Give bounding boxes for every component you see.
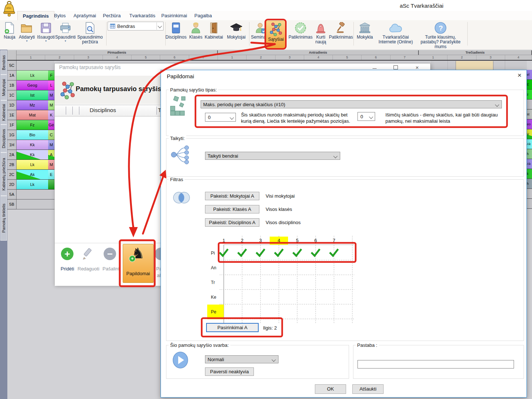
change-teachers-button[interactable]: Pakeisti: Mokytojai A <box>205 192 259 200</box>
verification-button[interactable]: Patikrinimas <box>288 21 313 40</box>
grid-check-Pi-1[interactable] <box>219 248 229 258</box>
close-icon[interactable]: × <box>416 65 420 69</box>
view-selector-combo[interactable]: Bendras <box>108 22 163 30</box>
lesson-cell-fragment[interactable]: L <box>48 80 54 90</box>
row-header-1A[interactable]: 1A <box>7 71 17 80</box>
remove-button-label[interactable]: Pašalinti <box>103 266 121 272</box>
sidebar-item-bendras[interactable]: Bendras <box>0 50 7 75</box>
period-header[interactable]: 4 <box>505 55 532 60</box>
lesson-cell-fragment[interactable]: M <box>48 160 54 170</box>
save-dropdown-arrow-icon[interactable]: ▾ <box>37 40 55 43</box>
lesson-cell-fragment[interactable]: E <box>48 170 54 180</box>
lesson-cell-fragment[interactable]: M <box>48 140 54 150</box>
lesson-cell[interactable]: Mat <box>17 110 48 120</box>
lesson-cell-fragment[interactable]: Gė <box>48 120 54 130</box>
row-header-5C[interactable]: 5C <box>7 61 17 71</box>
period-header[interactable]: 6 <box>362 55 390 60</box>
note-input[interactable] <box>357 360 514 369</box>
lesson-cell[interactable]: Lk <box>17 180 48 190</box>
grid-check-Pi-5[interactable] <box>292 248 302 258</box>
lesson-cell-fragment[interactable] <box>48 180 54 190</box>
period-header[interactable]: 3 <box>74 55 103 60</box>
row-header-2A[interactable]: 2A <box>7 150 17 160</box>
print-dropdown-arrow-icon[interactable]: ▾ <box>55 40 76 43</box>
row-header-1D[interactable]: 1D <box>7 100 17 110</box>
row-header-1C[interactable]: 1C <box>7 90 17 100</box>
grid-row-Ke[interactable]: Ke <box>207 290 224 305</box>
online-timetables-button[interactable]: Tvarkaraščiai Internete (Online) <box>376 21 415 44</box>
generate-new-button[interactable]: Kurti naują <box>313 21 328 44</box>
remove-icon[interactable]: − <box>104 248 116 260</box>
row-header-2D[interactable]: 2D <box>7 180 17 190</box>
period-header[interactable]: 3 <box>477 55 505 60</box>
tab-pagalba[interactable]: Pagalba <box>189 11 217 20</box>
importance-dropdown[interactable]: Normali <box>205 355 278 363</box>
school-button[interactable]: Mokykla <box>355 21 375 40</box>
lesson-cell[interactable]: Bio <box>17 130 48 140</box>
exceptions-spinner[interactable]: 0 <box>357 112 375 121</box>
relationships-button[interactable]: Sąryšiai <box>266 21 286 48</box>
grid-check-Pi-2[interactable] <box>237 248 247 258</box>
open-button[interactable]: Atidaryti ▾ <box>17 21 37 43</box>
change-classes-button[interactable]: Pakeisti: Klasės A <box>205 205 259 213</box>
grid-row-Tr[interactable]: Tr <box>207 275 224 290</box>
new-button[interactable]: Nauja <box>2 21 17 40</box>
max-periods-spinner[interactable]: 0 <box>205 113 236 122</box>
maximize-icon[interactable] <box>393 65 398 69</box>
edit-pencil-icon[interactable] <box>81 248 94 261</box>
row-header-5B[interactable]: 5B <box>7 200 17 209</box>
period-header[interactable]: 5 <box>132 55 160 60</box>
period-header[interactable]: 4 <box>304 55 333 60</box>
grid-col-2[interactable]: 2 <box>233 237 251 245</box>
teachers-button[interactable]: Mokytojai <box>225 21 248 40</box>
minimize-icon[interactable] <box>373 65 377 69</box>
period-header[interactable]: 3 <box>276 55 304 60</box>
grid-check-Pi-4[interactable] <box>274 248 284 258</box>
selections-button[interactable]: Pasirinkimai A <box>206 323 259 332</box>
lesson-cell-fragment[interactable]: M <box>48 90 54 100</box>
lesson-cell[interactable]: Ak <box>17 170 48 180</box>
make-inactive-button[interactable]: Paversti neaktyvia <box>205 367 254 376</box>
add-icon[interactable]: + <box>61 248 73 260</box>
tab-tvarkarastis[interactable]: Tvarkaraštis <box>124 11 161 20</box>
grid-col-1[interactable]: 1 <box>215 237 233 245</box>
cancel-button[interactable]: Atšaukti <box>352 384 384 394</box>
sidebar-item-mokytojai[interactable]: Mokytojai <box>0 75 7 100</box>
period-header[interactable]: 2 <box>447 55 476 60</box>
edit-button-label[interactable]: Redaguoti <box>78 266 99 272</box>
row-header-1E[interactable]: 1E <box>7 110 17 120</box>
lesson-cell[interactable]: Kk <box>17 150 48 160</box>
row-header-1F[interactable]: 1F <box>7 120 17 130</box>
period-header[interactable]: 1 <box>419 55 447 60</box>
apply-dropdown[interactable]: Taikyti bendrai <box>205 152 340 160</box>
save-button[interactable]: Išsaugoti ▾ <box>37 21 55 43</box>
change-disciplines-button[interactable]: Pakeisti: Disciplinos A <box>205 218 259 227</box>
period-header[interactable]: 4 <box>103 55 132 60</box>
lesson-cell[interactable]: Mz <box>17 100 48 110</box>
lesson-cell[interactable]: Fz <box>17 120 48 130</box>
asc-bell-logo-icon[interactable]: aSc <box>2 1 16 17</box>
grid-col-3[interactable]: 3 <box>251 237 270 245</box>
period-header[interactable]: 7 <box>391 55 419 60</box>
grid-check-Pi-6[interactable] <box>311 248 320 258</box>
ok-button[interactable]: OK <box>315 384 346 394</box>
period-header[interactable]: 5 <box>333 55 362 60</box>
grid-col-7[interactable]: 7 <box>325 237 343 245</box>
open-dropdown-arrow-icon[interactable]: ▾ <box>17 40 37 43</box>
advanced-button[interactable]: ♞ + Papildomai <box>123 244 154 283</box>
period-header[interactable]: 2 <box>45 55 74 60</box>
add-button-label[interactable]: Pridėti <box>61 266 74 272</box>
sidebar-item-pamok-tinklelis[interactable]: Pamokų tinklelis <box>0 196 7 241</box>
row-header-1B[interactable]: 1B <box>7 80 17 90</box>
lesson-cell[interactable]: Lk <box>17 71 48 80</box>
close-icon[interactable]: × <box>514 71 525 80</box>
disciplines-button[interactable]: Disciplinos <box>163 21 189 40</box>
print-button[interactable]: Spausdinti ▾ <box>55 21 76 43</box>
row-header-5A[interactable]: 5A <box>7 190 17 200</box>
check-gavel-button[interactable]: Patikrinimas <box>328 21 353 40</box>
lesson-cell[interactable]: Kk <box>17 140 48 150</box>
lesson-cell-fragment[interactable]: C <box>48 130 54 140</box>
lesson-cell[interactable]: Lk <box>17 160 48 170</box>
lesson-cell-fragment[interactable]: M <box>48 100 54 110</box>
period-header[interactable]: 2 <box>247 55 275 60</box>
